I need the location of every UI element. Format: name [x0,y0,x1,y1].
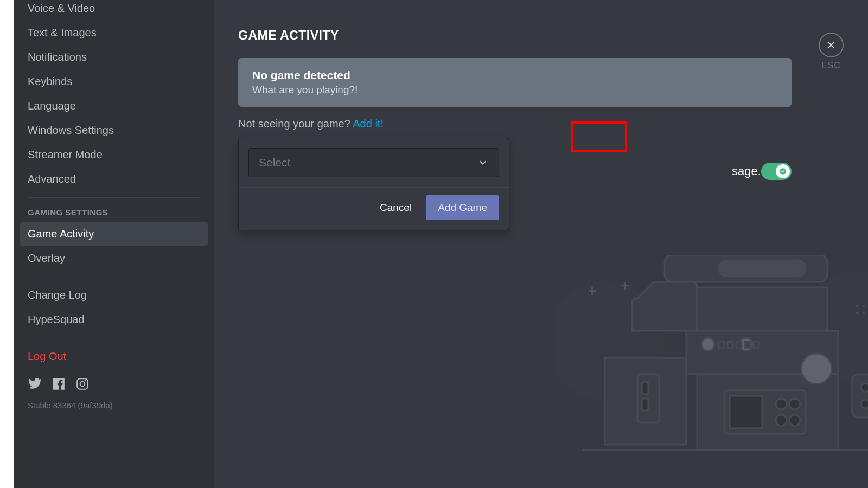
svg-rect-24 [730,396,762,428]
sidebar-item-advanced[interactable]: Advanced [20,168,208,191]
sidebar-item-streamer-mode[interactable]: Streamer Mode [20,143,208,166]
instagram-icon[interactable] [75,377,90,393]
svg-point-39 [856,305,858,307]
svg-rect-20 [642,382,648,394]
page-title: GAME ACTIVITY [238,28,844,43]
svg-point-2 [85,380,87,382]
no-game-banner: No game detected What are you playing?! [238,58,792,107]
add-game-popup: Select Cancel Add Game [238,138,509,230]
svg-point-31 [861,383,868,392]
twitter-icon[interactable] [28,377,42,393]
svg-rect-9 [719,260,806,277]
svg-point-1 [80,382,85,387]
cancel-button[interactable]: Cancel [369,195,423,220]
svg-rect-35 [591,287,593,295]
sidebar-item-change-log[interactable]: Change Log [20,284,208,307]
svg-rect-17 [754,342,759,348]
svg-point-28 [789,415,800,426]
settings-sidebar: Voice & Video Text & Images Notification… [14,0,214,488]
sidebar-item-hypesquad[interactable]: HypeSquad [20,308,208,331]
svg-rect-14 [727,342,733,348]
outer-margin [0,0,14,488]
banner-heading: No game detected [252,69,777,82]
svg-point-32 [861,400,868,408]
toggle-knob [776,164,790,178]
banner-sub: What are you playing?! [252,84,777,96]
facebook-icon[interactable] [52,377,66,393]
sidebar-item-text-images[interactable]: Text & Images [20,21,208,44]
svg-rect-37 [624,282,626,290]
svg-point-40 [863,305,865,307]
divider [28,338,200,338]
sidebar-item-language[interactable]: Language [20,94,208,118]
divider [239,187,509,188]
arcade-illustration [556,255,868,466]
close-icon [826,40,837,50]
svg-point-26 [789,399,800,409]
version-text: Stable 83364 (9af39da) [20,397,208,413]
esc-label: ESC [815,61,847,70]
svg-point-27 [776,415,787,426]
svg-rect-15 [736,342,742,348]
svg-point-25 [776,399,787,409]
social-links [20,369,208,397]
svg-rect-16 [745,342,750,348]
sidebar-item-voice-video[interactable]: Voice & Video [20,0,208,20]
sidebar-item-notifications[interactable]: Notifications [20,46,208,69]
divider [28,277,200,277]
svg-rect-30 [852,374,868,418]
status-message-toggle[interactable] [761,163,792,180]
svg-point-41 [856,312,858,314]
popup-actions: Cancel Add Game [248,195,499,220]
close-button[interactable] [819,33,844,57]
chevron-down-icon [477,157,489,169]
sidebar-item-log-out[interactable]: Log Out [20,345,208,368]
add-it-link[interactable]: Add it! [353,118,384,130]
svg-point-11 [701,338,714,351]
svg-point-29 [801,354,832,384]
svg-point-42 [863,312,865,314]
section-header-gaming: GAMING SETTINGS [20,204,208,221]
add-game-prompt: Not seeing your game? Add it! [238,118,844,130]
svg-rect-13 [719,342,724,348]
sidebar-item-windows-settings[interactable]: Windows Settings [20,119,208,142]
divider [28,197,200,198]
add-game-button[interactable]: Add Game [426,195,499,220]
select-placeholder: Select [259,156,290,169]
sidebar-item-keybinds[interactable]: Keybinds [20,70,208,93]
main-content: GAME ACTIVITY No game detected What are … [214,0,868,488]
game-select-dropdown[interactable]: Select [248,148,499,177]
prompt-text: Not seeing your game? [238,118,353,130]
sidebar-item-overlay[interactable]: Overlay [20,247,208,270]
sidebar-item-game-activity[interactable]: Game Activity [20,222,208,246]
close-column: ESC [815,33,847,70]
svg-rect-21 [642,399,648,410]
